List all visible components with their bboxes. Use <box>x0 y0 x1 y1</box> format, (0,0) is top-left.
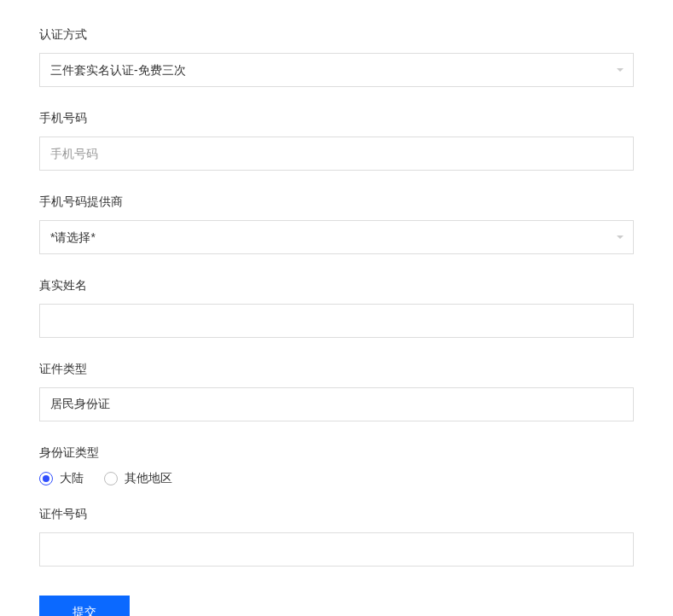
radio-other-label: 其他地区 <box>125 471 172 486</box>
id-region-label: 身份证类型 <box>39 445 634 461</box>
radio-icon <box>39 472 53 485</box>
provider-selected: *请选择* <box>39 220 634 254</box>
real-name-input[interactable] <box>39 304 634 338</box>
auth-method-select[interactable]: 三件套实名认证-免费三次 <box>39 53 634 87</box>
auth-method-selected: 三件套实名认证-免费三次 <box>39 53 634 87</box>
provider-label: 手机号码提供商 <box>39 195 634 210</box>
id-number-input[interactable] <box>39 532 634 567</box>
id-type-input[interactable] <box>39 387 634 421</box>
id-region-group: 大陆 其他地区 <box>39 471 634 486</box>
auth-method-label: 认证方式 <box>39 27 634 43</box>
real-name-label: 真实姓名 <box>39 278 634 293</box>
provider-select[interactable]: *请选择* <box>39 220 634 254</box>
radio-mainland-label: 大陆 <box>60 471 84 486</box>
radio-mainland[interactable]: 大陆 <box>39 471 84 486</box>
id-type-label: 证件类型 <box>39 362 634 377</box>
submit-button[interactable]: 提交 <box>39 596 130 616</box>
phone-input[interactable] <box>39 137 634 171</box>
phone-label: 手机号码 <box>39 111 634 126</box>
radio-other[interactable]: 其他地区 <box>104 471 172 486</box>
radio-icon <box>104 472 118 485</box>
id-number-label: 证件号码 <box>39 507 634 522</box>
